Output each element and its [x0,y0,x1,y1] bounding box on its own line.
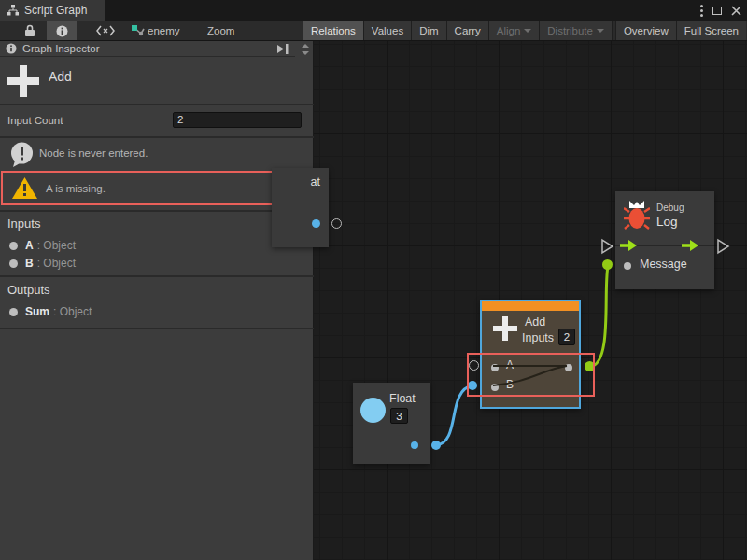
warning-box: A is missing. [1,171,311,205]
tab-label: Script Graph [24,4,87,17]
add-input-count-badge: 2 [558,329,575,345]
input-count-field[interactable]: 2 [173,112,302,128]
info-bubble-icon [9,142,35,169]
warning-triangle-icon [12,177,37,199]
separator [0,275,314,277]
graph-canvas[interactable]: at Float 3 Add Inputs 2 A B [314,41,747,560]
input-row-b: B: Object [9,257,76,270]
partial-node-label: at [311,175,320,189]
nest-graph-icon [132,25,145,37]
inspector-toggle-button[interactable] [47,21,77,40]
debug-node-title-2: Log [656,215,678,229]
inspector-header[interactable]: Graph Inspector [0,41,295,57]
graph-breadcrumb-icon [131,21,146,40]
toolbar-button-group: Relations Values Dim Carry Align Distrib… [303,21,746,40]
graph-name: enemy [148,25,180,36]
dock-panel-icon[interactable] [276,44,289,54]
outputs-section-title: Outputs [7,283,50,297]
unconnected-port-indicator [331,218,342,229]
debug-node-title-1: Debug [656,203,684,213]
lock-button[interactable] [19,21,41,40]
inputs-section-title: Inputs [7,217,40,231]
zoom-label: Zoom [207,21,234,40]
port-dot [9,308,18,316]
window-menu-icon[interactable] [700,5,703,17]
warning-highlight-ports [467,353,595,397]
port-dot [9,242,18,250]
chevron-down-icon [524,29,531,33]
separator [0,328,314,329]
port-dot [9,259,18,268]
output-row-sum: Sum: Object [9,305,92,318]
message-port[interactable] [624,262,631,270]
add-node-title-1: Add [525,315,545,329]
tab-script-graph[interactable]: Script Graph [0,0,105,21]
input-count-label: Input Count [7,115,63,126]
info-message: Node is never entered. [39,147,148,159]
toolbar-divider [613,21,615,40]
unit-title: Add [49,69,72,84]
float-value-field[interactable]: 3 [390,408,408,424]
add-node-title-2: Inputs [522,331,554,344]
input-row-a: A: Object [9,239,76,252]
float-node-title: Float [389,392,416,405]
add-node-header [482,301,579,311]
unconnected-flow-out-indicator [718,240,728,253]
flow-output-arrow-icon[interactable] [682,240,698,251]
warning-message: A is missing. [46,183,106,194]
bug-icon [624,198,650,231]
float-type-icon [360,398,386,423]
debug-log-node[interactable]: Debug Log Message [615,191,714,289]
carry-button[interactable]: Carry [447,21,488,40]
graph-breadcrumb[interactable]: enemy [148,21,180,40]
maximize-icon[interactable] [712,7,722,15]
title-bar: Script Graph [0,0,747,21]
wire-endpoint-float [431,441,441,450]
wire-endpoint-debug [602,259,613,270]
partial-float-node[interactable]: at [272,168,329,247]
float-output-port[interactable] [411,441,418,449]
inspector-title: Graph Inspector [22,43,99,54]
dim-button[interactable]: Dim [412,21,445,40]
partial-node-output-port[interactable] [312,219,320,228]
overview-button[interactable]: Overview [616,21,676,40]
script-graph-icon [7,5,19,16]
panel-scroll-arrows[interactable] [301,43,310,56]
chevron-down-icon [597,29,604,33]
lock-icon [24,24,35,37]
flow-input-arrow-icon[interactable] [620,240,637,251]
code-view-button[interactable] [92,21,120,40]
full-screen-button[interactable]: Full Screen [677,21,746,40]
separator [0,136,314,138]
info-icon [56,25,68,37]
align-dropdown[interactable]: Align [489,21,540,40]
unity-script-graph-window: Script Graph enemy Zoom 1x Relations Val… [0,0,747,560]
distribute-dropdown[interactable]: Distribute [540,21,612,40]
add-icon [493,316,517,341]
values-button[interactable]: Values [364,21,411,40]
separator [0,104,314,105]
close-icon[interactable] [731,6,741,16]
code-angle-icon [96,25,115,36]
float-node[interactable]: Float 3 [353,383,430,464]
add-unit-icon [7,65,39,97]
info-icon [6,43,17,54]
wire-sum-to-debug[interactable] [590,266,608,367]
relations-button[interactable]: Relations [303,21,363,40]
separator [0,210,314,212]
message-port-label: Message [640,258,687,271]
unconnected-flow-in-indicator [602,240,613,253]
graph-inspector-panel: Graph Inspector Add Input Count 2 Node i… [0,41,314,560]
